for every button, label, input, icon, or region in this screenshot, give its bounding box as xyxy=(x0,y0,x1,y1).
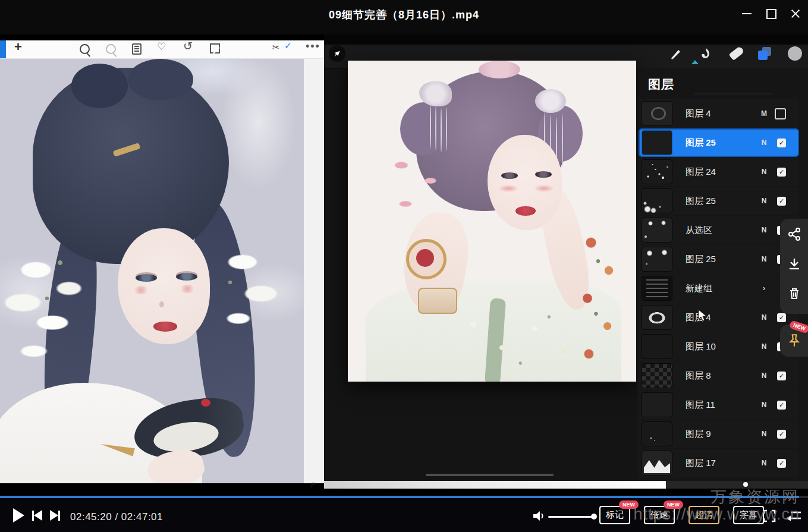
layer-blend-mode[interactable]: › xyxy=(760,284,768,292)
volume-icon[interactable] xyxy=(532,509,546,523)
layer-thumbnail[interactable] xyxy=(642,130,672,155)
layer-row[interactable]: 图层 17 N xyxy=(639,449,799,477)
layer-visibility-checkbox[interactable] xyxy=(777,313,786,322)
layer-thumbnail[interactable] xyxy=(642,276,672,301)
layer-row[interactable]: 新建组 › xyxy=(639,274,799,303)
layer-blend-mode[interactable]: N xyxy=(760,401,768,409)
layer-thumbnail[interactable] xyxy=(642,363,672,388)
procreate-canvas[interactable] xyxy=(348,61,636,382)
layer-row[interactable]: 从选区 N xyxy=(639,216,799,244)
volume-slider-handle[interactable] xyxy=(591,514,597,520)
layer-name[interactable]: 图层 25 xyxy=(686,254,716,265)
layer-visibility-checkbox[interactable] xyxy=(777,138,786,147)
crop-tool-icon[interactable] xyxy=(210,43,220,53)
artwork-crane-crown xyxy=(201,399,210,407)
layer-blend-mode[interactable]: N xyxy=(760,342,768,351)
layer-row[interactable]: 图层 25 N xyxy=(639,187,799,215)
seek-bar[interactable] xyxy=(0,496,808,498)
layer-row[interactable]: 图层 10 N xyxy=(639,332,799,361)
layer-blend-mode[interactable]: M xyxy=(760,109,768,118)
heart-icon[interactable]: ♡ xyxy=(157,42,166,52)
previous-button[interactable] xyxy=(32,510,42,521)
layer-visibility-checkbox[interactable] xyxy=(777,372,786,380)
layer-name[interactable]: 图层 25 xyxy=(686,137,716,149)
layer-thumbnail[interactable] xyxy=(642,421,672,446)
clipboard-icon[interactable] xyxy=(132,43,142,55)
minimize-button[interactable] xyxy=(737,5,757,23)
player-button[interactable]: 倍速 NEW xyxy=(644,506,675,524)
layer-row[interactable]: 图层 24 N xyxy=(639,158,799,186)
layer-visibility-checkbox[interactable] xyxy=(775,108,786,119)
smudge-tool-icon[interactable] xyxy=(699,46,713,63)
layer-thumbnail[interactable] xyxy=(642,305,672,330)
layer-thumbnail[interactable] xyxy=(642,334,672,359)
layer-name[interactable]: 图层 9 xyxy=(686,429,711,440)
layer-blend-mode[interactable]: N xyxy=(760,197,768,205)
layer-blend-mode[interactable]: N xyxy=(760,226,768,234)
player-button[interactable]: 标记 NEW xyxy=(599,506,630,524)
layers-panel-icon[interactable] xyxy=(758,47,771,60)
canvas-scroll-indicator[interactable] xyxy=(426,474,554,476)
layer-thumbnail[interactable] xyxy=(642,451,672,476)
volume-slider[interactable] xyxy=(548,516,593,518)
layer-blend-mode[interactable]: N xyxy=(760,313,768,322)
layer-row[interactable]: 图层 4 M xyxy=(639,99,799,128)
brush-tool-icon[interactable] xyxy=(669,46,683,63)
layer-blend-mode[interactable]: N xyxy=(760,430,768,438)
playlist-icon[interactable] xyxy=(786,511,801,521)
more-options-icon[interactable]: ••• xyxy=(306,43,320,50)
eraser-tool-icon[interactable] xyxy=(730,49,744,57)
layer-row[interactable]: 图层 25 N xyxy=(639,128,799,157)
layer-thumbnail[interactable] xyxy=(642,159,672,184)
pushpin-icon xyxy=(787,333,802,348)
layer-row[interactable]: 图层 9 N xyxy=(639,420,799,448)
layer-blend-mode[interactable]: N xyxy=(760,372,768,380)
player-button[interactable]: 超清 xyxy=(688,506,719,524)
layer-name[interactable]: 图层 24 xyxy=(686,166,716,178)
layer-name[interactable]: 新建组 xyxy=(686,283,712,294)
fullscreen-icon[interactable] xyxy=(763,509,776,522)
layer-thumbnail[interactable] xyxy=(642,188,672,213)
move-tool-icon[interactable]: + xyxy=(14,42,22,52)
layer-row[interactable]: 图层 4 N xyxy=(639,303,799,332)
layer-thumbnail[interactable] xyxy=(642,101,672,126)
layer-name[interactable]: 图层 4 xyxy=(686,108,711,119)
layer-thumbnail[interactable] xyxy=(642,218,672,243)
layer-thumbnail[interactable] xyxy=(642,247,672,272)
play-button[interactable] xyxy=(13,508,24,522)
player-button[interactable]: 字幕 xyxy=(733,506,764,524)
share-icon[interactable] xyxy=(787,227,801,244)
download-icon[interactable] xyxy=(787,257,801,273)
layer-thumbnail[interactable] xyxy=(642,392,672,417)
close-button[interactable] xyxy=(785,5,806,23)
player-buttons: 标记 NEW 倍速 NEW 超清 字幕 xyxy=(599,506,764,524)
layer-row[interactable]: 图层 25 N xyxy=(639,245,799,273)
resize-corner-icon[interactable]: ⇗ xyxy=(309,480,316,489)
color-picker-icon[interactable] xyxy=(788,46,802,61)
layer-name[interactable]: 图层 8 xyxy=(686,370,711,382)
undo-icon[interactable]: ↺ xyxy=(183,41,193,52)
next-button[interactable] xyxy=(50,510,60,521)
maximize-button[interactable] xyxy=(761,5,781,23)
trash-icon[interactable] xyxy=(787,287,801,303)
layer-visibility-checkbox[interactable] xyxy=(777,459,786,468)
layer-blend-mode[interactable]: N xyxy=(760,168,768,176)
layer-name[interactable]: 图层 25 xyxy=(686,196,716,207)
layer-row[interactable]: 图层 11 N xyxy=(639,391,799,419)
layer-visibility-checkbox[interactable] xyxy=(777,168,786,177)
layer-name[interactable]: 图层 17 xyxy=(686,458,716,469)
layer-name[interactable]: 从选区 xyxy=(686,225,712,236)
layer-row[interactable]: 图层 8 N xyxy=(639,361,799,390)
layer-blend-mode[interactable]: N xyxy=(760,459,768,467)
layer-blend-mode[interactable]: N xyxy=(760,255,768,263)
layer-name[interactable]: 图层 11 xyxy=(686,399,715,411)
layer-visibility-checkbox[interactable] xyxy=(777,430,786,439)
layer-visibility-checkbox[interactable] xyxy=(777,197,786,206)
zoom-in-icon[interactable] xyxy=(80,44,90,54)
layer-blend-mode[interactable]: N xyxy=(760,138,768,147)
reference-artwork-canvas[interactable] xyxy=(0,59,304,483)
zoom-out-icon[interactable] xyxy=(106,44,116,54)
layer-name[interactable]: 图层 10 xyxy=(686,341,716,352)
layer-visibility-checkbox[interactable] xyxy=(777,401,786,410)
cut-tool-icon[interactable]: ✂ xyxy=(272,42,280,53)
